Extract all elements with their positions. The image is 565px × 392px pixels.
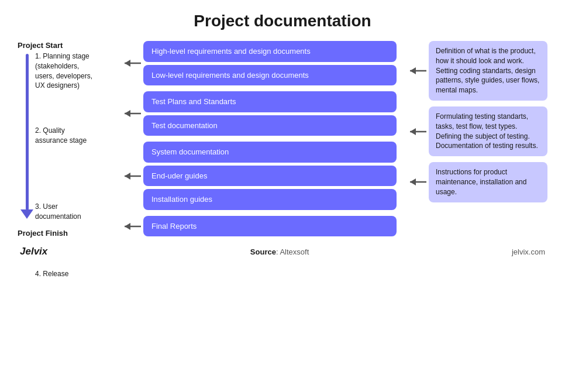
doc-box-low-level: Low-level requirements and design docume… (143, 65, 397, 86)
stage-4-docs: Final Reports (119, 216, 397, 237)
footer-url: jelvix.com (512, 247, 545, 256)
arrow-stage-4 (119, 219, 141, 233)
arrow-desc-stage-2 (404, 125, 426, 139)
desc-box-stage-1: Definition of what is the product, how i… (429, 41, 547, 101)
doc-box-user-guides: End-uder guides (143, 166, 397, 187)
arrow-desc-stage-1 (404, 64, 426, 78)
stage-3-desc-row: Instructions for product maintenance, in… (404, 162, 547, 202)
stage-2-label: 2. Qualityassurance stage (35, 126, 111, 146)
svg-marker-11 (410, 128, 416, 135)
arrow-stage-3 (119, 169, 141, 183)
doc-box-test-docs: Test documentation (143, 115, 397, 136)
svg-marker-1 (125, 60, 130, 67)
stage-3-label: 3. Userdocumentation (35, 202, 111, 222)
stage-3-docs: System documentation End-uder guides Ins… (119, 142, 397, 210)
project-finish-label: Project Finish (18, 229, 68, 238)
stage-4-label: 4. Release (35, 269, 111, 279)
arrow-stage-1 (119, 56, 141, 70)
page-title: Project documentation (18, 12, 547, 30)
project-start-label: Project Start (18, 41, 63, 50)
footer-source-value: Altexsoft (280, 247, 309, 256)
svg-marker-5 (125, 173, 130, 180)
arrow-stage-2 (119, 106, 141, 121)
arrow-desc-stage-3 (404, 175, 426, 189)
page: Project documentation Project Start 1. P… (0, 0, 565, 392)
svg-marker-13 (410, 178, 416, 185)
doc-box-high-level: High-level requirements and design docum… (143, 41, 397, 62)
svg-marker-3 (125, 110, 130, 117)
stage-2-desc-row: Formulating testing standarts, tasks, te… (404, 106, 547, 156)
vertical-arrow-line (26, 54, 29, 210)
footer-source: Source: Altexsoft (250, 247, 309, 256)
stage-2-docs: Test Plans and Standarts Test documentat… (119, 91, 397, 136)
doc-box-test-plans: Test Plans and Standarts (143, 91, 397, 112)
stage-1-desc-row: Definition of what is the product, how i… (404, 41, 547, 101)
footer-source-label: Source (250, 247, 276, 256)
footer-logo: Jelvix (20, 246, 47, 257)
vertical-arrow-head (20, 209, 33, 219)
stage-1-label: 1. Planning stage(stakeholders,users, de… (35, 51, 111, 91)
desc-box-stage-3: Instructions for product maintenance, in… (429, 162, 547, 202)
doc-box-install-guides: Installation guides (143, 189, 397, 210)
stage-1-docs: High-level requirements and design docum… (119, 41, 397, 85)
doc-box-system-docs: System documentation (143, 142, 397, 163)
svg-marker-9 (410, 67, 416, 74)
doc-box-final-reports: Final Reports (143, 216, 397, 237)
svg-marker-7 (125, 223, 130, 230)
desc-box-stage-2: Formulating testing standarts, tasks, te… (429, 106, 547, 156)
footer: Jelvix Source: Altexsoft jelvix.com (18, 246, 547, 257)
